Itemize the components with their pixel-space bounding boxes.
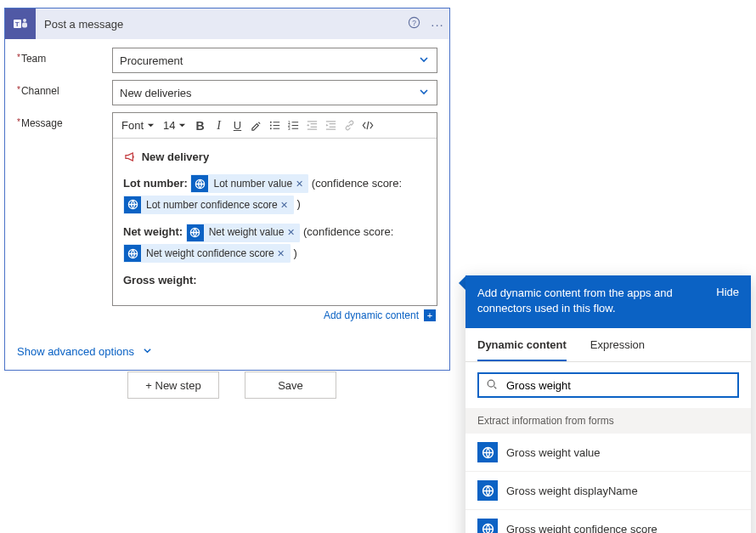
caret-down-icon [178, 122, 186, 129]
svg-rect-3 [22, 23, 27, 28]
channel-value: New deliveries [120, 87, 418, 99]
tab-dynamic-content[interactable]: Dynamic content [477, 328, 567, 361]
conf-close: ) [293, 247, 296, 259]
card-header: T Post a message ? ··· [5, 9, 449, 39]
dc-item-label: Gross weight displayName [506, 485, 638, 497]
aibuilder-icon [191, 175, 208, 192]
message-label: *Message [17, 112, 112, 129]
field-channel: *Channel New deliveries [17, 80, 437, 105]
popover-message: Add dynamic content from the apps and co… [477, 286, 708, 316]
aibuilder-icon [477, 480, 498, 501]
chevron-down-icon [143, 345, 152, 358]
dc-item[interactable]: Gross weight value [465, 434, 751, 472]
pill-text: Net weight confidence score [146, 244, 274, 264]
bullet-list-button[interactable] [266, 117, 283, 134]
dc-item[interactable]: Gross weight displayName [465, 472, 751, 510]
editor-toolbar: Font 14 B I U 123 [113, 113, 437, 139]
pill-remove[interactable]: ✕ [278, 196, 291, 214]
pill-remove[interactable]: ✕ [274, 245, 288, 263]
svg-point-2 [23, 19, 26, 22]
pill-lot-conf[interactable]: Lot number confidence score ✕ [123, 196, 294, 214]
pill-remove[interactable]: ✕ [292, 175, 306, 193]
tab-expression[interactable]: Expression [590, 328, 645, 361]
popover-header: Add dynamic content from the apps and co… [465, 275, 751, 328]
bottom-bar: + New step Save [127, 371, 336, 399]
aibuilder-icon [124, 245, 141, 262]
pill-net-value[interactable]: Net weight value ✕ [186, 224, 301, 242]
code-view-button[interactable] [359, 117, 376, 134]
svg-point-6 [270, 122, 272, 123]
aibuilder-icon [477, 442, 498, 462]
dynamic-content-popover: Add dynamic content from the apps and co… [465, 275, 751, 533]
gross-label: Gross weight: [123, 274, 197, 286]
lot-label: Lot number: [123, 177, 188, 190]
dc-item-label: Gross weight value [506, 446, 601, 459]
aibuilder-icon [124, 196, 141, 213]
chevron-down-icon [418, 54, 430, 68]
channel-label: *Channel [17, 80, 112, 97]
caret-down-icon [147, 122, 155, 129]
font-label: Font [121, 119, 144, 132]
font-size-label: 14 [163, 119, 175, 132]
search-input[interactable] [505, 378, 731, 393]
hide-button[interactable]: Hide [708, 286, 739, 316]
svg-text:?: ? [412, 19, 416, 27]
dc-item-label: Gross weight confidence score [506, 523, 657, 533]
svg-text:T: T [15, 20, 20, 28]
dc-item[interactable]: Gross weight confidence score [465, 510, 751, 533]
new-step-button[interactable]: + New step [127, 371, 219, 399]
add-dynamic-content-link[interactable]: Add dynamic content [324, 309, 419, 321]
conf-close: ) [296, 197, 300, 210]
svg-text:3: 3 [288, 127, 291, 131]
team-label: *Team [17, 48, 112, 65]
font-size-picker[interactable]: 14 [160, 119, 189, 132]
indent-button[interactable] [322, 117, 339, 134]
plus-icon[interactable]: + [424, 309, 436, 321]
show-advanced-options[interactable]: Show advanced options [5, 340, 449, 370]
conf-open: (confidence score: [303, 225, 393, 238]
card-body: *Team Procurement *Channel New deliverie… [5, 39, 449, 340]
more-icon[interactable]: ··· [426, 17, 449, 31]
pill-text: Net weight value [209, 223, 285, 242]
link-button[interactable] [341, 117, 358, 134]
editor-content[interactable]: New delivery Lot number: Lot number valu… [113, 139, 437, 305]
under-editor: Add dynamic content + [112, 306, 437, 328]
field-team: *Team Procurement [17, 48, 437, 73]
outdent-button[interactable] [303, 117, 320, 134]
chevron-down-icon [418, 86, 430, 100]
bold-button[interactable]: B [191, 117, 208, 134]
save-button[interactable]: Save [245, 371, 336, 399]
net-label: Net weight: [123, 225, 183, 238]
aibuilder-icon [477, 519, 498, 533]
search-input-wrap[interactable] [477, 372, 739, 398]
italic-button[interactable]: I [210, 117, 227, 134]
search-icon [486, 378, 498, 393]
pill-net-conf[interactable]: Net weight confidence score ✕ [123, 244, 291, 263]
font-picker[interactable]: Font [118, 119, 158, 132]
message-heading: New delivery [142, 150, 210, 163]
aibuilder-icon [187, 224, 204, 241]
pill-lot-value[interactable]: Lot number value ✕ [190, 174, 308, 193]
rich-text-editor: Font 14 B I U 123 [112, 112, 437, 306]
svg-point-8 [270, 128, 272, 129]
pill-remove[interactable]: ✕ [284, 224, 297, 241]
pill-text: Lot number value [213, 174, 292, 194]
conf-open: (confidence score: [312, 177, 402, 190]
help-icon[interactable]: ? [402, 16, 426, 31]
pill-text: Lot number confidence score [146, 196, 278, 215]
field-message: *Message Font 14 B I [17, 112, 437, 328]
number-list-button[interactable]: 123 [285, 117, 302, 134]
card-title: Post a message [36, 18, 402, 31]
teams-icon: T [5, 9, 36, 39]
highlight-button[interactable] [247, 117, 264, 134]
advanced-label: Show advanced options [17, 345, 134, 358]
megaphone-icon [123, 151, 137, 163]
svg-point-7 [270, 125, 272, 127]
channel-select[interactable]: New deliveries [112, 80, 437, 105]
popover-tabs: Dynamic content Expression [465, 328, 751, 362]
team-select[interactable]: Procurement [112, 48, 437, 73]
underline-button[interactable]: U [228, 117, 245, 134]
group-header: Extract information from forms [465, 408, 751, 434]
team-value: Procurement [120, 54, 418, 67]
action-card: T Post a message ? ··· *Team Procurement… [4, 8, 450, 371]
